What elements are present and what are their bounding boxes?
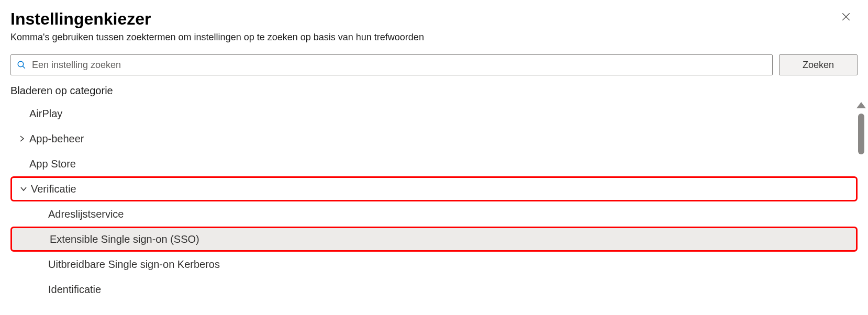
category-label: App-beheer: [29, 133, 84, 145]
search-field-wrapper[interactable]: [10, 54, 773, 75]
subcategory-identificatie[interactable]: Identificatie: [10, 277, 858, 302]
chevron-down-icon: [18, 184, 29, 194]
subcategory-label: Adreslijstservice: [48, 208, 124, 220]
close-icon[interactable]: [840, 10, 852, 23]
scroll-thumb[interactable]: [858, 114, 864, 154]
category-label: Verificatie: [31, 183, 76, 195]
category-airplay[interactable]: AirPlay: [10, 101, 858, 126]
category-tree: AirPlay App-beheer App Store Verificatie…: [10, 101, 858, 302]
category-label: App Store: [29, 158, 76, 170]
search-input[interactable]: [32, 60, 767, 71]
subcategory-extensible-sso[interactable]: Extensible Single sign-on (SSO): [10, 227, 858, 252]
search-icon: [16, 60, 27, 70]
subcategory-label: Identificatie: [48, 284, 101, 296]
category-verificatie[interactable]: Verificatie: [10, 176, 858, 201]
page-subtitle: Komma's gebruiken tussen zoektermen om i…: [10, 32, 424, 43]
subcategory-label: Uitbreidbare Single sign-on Kerberos: [48, 258, 220, 271]
page-title: Instellingenkiezer: [10, 9, 424, 29]
svg-line-3: [23, 66, 25, 69]
browse-by-category-label: Bladeren op categorie: [10, 85, 858, 97]
category-label: AirPlay: [29, 108, 62, 120]
svg-point-2: [18, 61, 24, 67]
scrollbar[interactable]: [856, 102, 866, 154]
subcategory-label: Extensible Single sign-on (SSO): [50, 233, 199, 245]
subcategory-uitbreidbare-sso-kerberos[interactable]: Uitbreidbare Single sign-on Kerberos: [10, 252, 858, 277]
search-button[interactable]: Zoeken: [779, 54, 858, 75]
scroll-up-arrow-icon[interactable]: [856, 102, 866, 108]
category-app-store[interactable]: App Store: [10, 151, 858, 176]
subcategory-adreslijstservice[interactable]: Adreslijstservice: [10, 201, 858, 227]
chevron-right-icon: [17, 133, 27, 144]
category-app-beheer[interactable]: App-beheer: [10, 126, 858, 151]
